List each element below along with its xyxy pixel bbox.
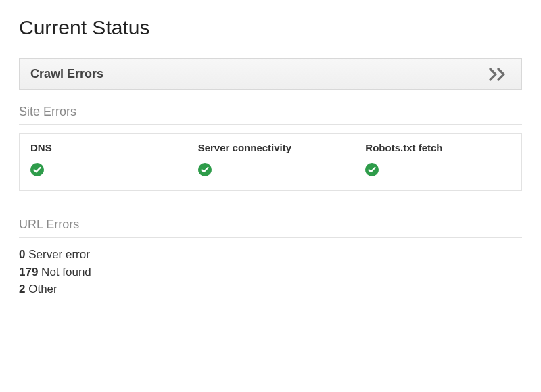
- card-title: Server connectivity: [198, 142, 344, 153]
- check-circle-icon: [365, 163, 379, 176]
- url-error-count: 2: [19, 283, 25, 295]
- site-errors-label: Site Errors: [19, 105, 522, 119]
- page-title: Current Status: [19, 16, 522, 39]
- card-title: DNS: [30, 142, 176, 153]
- url-error-row[interactable]: 2 Other: [19, 280, 522, 298]
- url-errors-label: URL Errors: [19, 218, 522, 232]
- card-title: Robots.txt fetch: [365, 142, 511, 153]
- site-error-card-robots-txt[interactable]: Robots.txt fetch: [354, 133, 522, 191]
- url-error-row[interactable]: 179 Not found: [19, 264, 522, 281]
- url-error-label: Not found: [41, 266, 91, 278]
- url-error-label: Server error: [28, 248, 90, 261]
- site-errors-cards: DNS Server connectivity Robots.txt fetch: [19, 133, 522, 191]
- site-error-card-server-connectivity[interactable]: Server connectivity: [187, 133, 355, 191]
- crawl-errors-panel-header[interactable]: Crawl Errors: [19, 58, 522, 90]
- url-error-count: 179: [19, 266, 38, 278]
- check-circle-icon: [198, 163, 212, 176]
- chevron-right-double-icon: [489, 68, 511, 81]
- divider: [19, 237, 522, 238]
- divider: [19, 124, 522, 125]
- crawl-errors-title: Crawl Errors: [30, 67, 103, 81]
- url-errors-list: 0 Server error 179 Not found 2 Other: [19, 246, 522, 298]
- check-circle-icon: [30, 163, 44, 176]
- url-error-row[interactable]: 0 Server error: [19, 246, 522, 264]
- site-error-card-dns[interactable]: DNS: [19, 133, 187, 191]
- url-error-count: 0: [19, 248, 25, 261]
- url-error-label: Other: [28, 283, 57, 295]
